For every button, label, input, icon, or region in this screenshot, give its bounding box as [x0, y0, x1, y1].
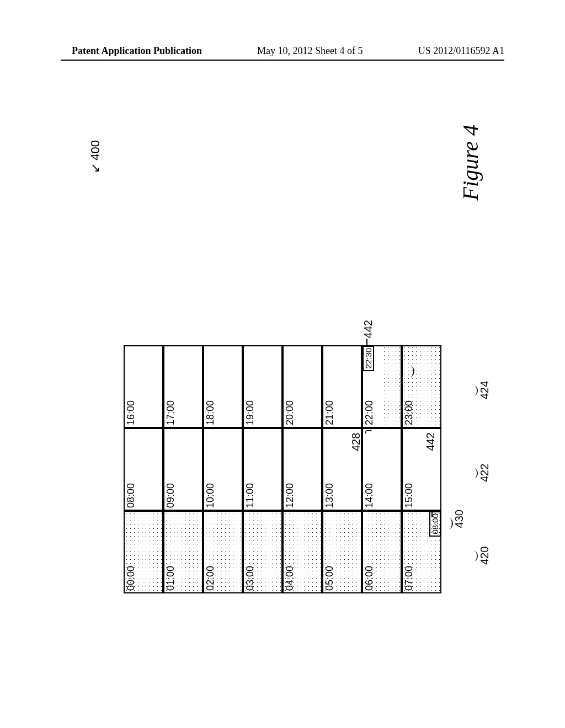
ref-424-label: 424: [478, 381, 491, 399]
page-header: Patent Application Publication May 10, 2…: [0, 45, 565, 57]
arrow-icon: ↙: [88, 163, 102, 173]
cell-1000: 10:00: [203, 428, 243, 511]
cell-label: 09:00: [165, 483, 177, 508]
cell-label: 10:00: [205, 483, 216, 508]
cell-1600: 16:00: [124, 345, 163, 428]
brace-icon: ⏝: [465, 550, 479, 561]
cell-label: 14:00: [364, 483, 375, 508]
header-rule: [61, 60, 504, 61]
leader-tick-icon: ╮: [360, 427, 372, 433]
header-center: May 10, 2012 Sheet 4 of 5: [257, 45, 363, 57]
cell-2000: 20:00: [282, 345, 322, 428]
cell-0100: 01:00: [163, 511, 203, 593]
cell-label: 17:00: [165, 400, 177, 425]
cell-label: 06:00: [364, 566, 375, 591]
cell-label: 13:00: [324, 483, 335, 508]
cell-0200: 02:00: [203, 511, 243, 593]
cell-1700: 17:00: [163, 345, 203, 428]
cell-0900: 09:00: [163, 428, 203, 511]
ref-420-label: 420: [478, 547, 491, 565]
cell-label: 20:00: [284, 400, 296, 425]
leader-line-icon: [431, 511, 433, 517]
cell-2100: 21:00: [322, 345, 362, 428]
slider-evening-value: 22:30: [364, 348, 373, 369]
cell-1400: 14:00: [362, 428, 402, 511]
cell-label: 07:00: [403, 566, 415, 591]
cell-1500: 15:00 442: [402, 428, 441, 511]
cell-label: 19:00: [244, 400, 256, 425]
figure-caption: Figure 4: [457, 125, 483, 200]
cell-2300: 23:00: [402, 345, 441, 428]
cell-label: 23:00: [403, 400, 415, 425]
ref-442-morning-label-2: 442: [424, 432, 437, 451]
cell-0000: 00:00: [124, 511, 163, 593]
cell-1800: 18:00: [203, 345, 243, 428]
cell-label: 12:00: [284, 483, 296, 508]
cell-0500: 05:00: [322, 511, 362, 593]
header-right: US 2012/0116592 A1: [418, 45, 504, 57]
header-left: Patent Application Publication: [72, 45, 202, 57]
ref-400-label: 400: [88, 140, 102, 160]
cell-0700: 07:00 08:00 ⏝ 430: [402, 511, 441, 593]
cell-label: 16:00: [125, 400, 137, 425]
brace-icon: ⏝: [465, 468, 479, 479]
cell-0400: 04:00: [282, 511, 322, 593]
cell-label: 04:00: [284, 566, 296, 591]
cell-label: 03:00: [244, 566, 256, 591]
cell-1100: 11:00: [243, 428, 282, 511]
cell-label: 18:00: [205, 400, 216, 425]
cell-label: 15:00: [403, 483, 415, 508]
cell-0600: 06:00: [362, 511, 402, 593]
leader-line-icon: [366, 339, 367, 345]
ref-422-label: 422: [478, 464, 491, 482]
cell-1900: 19:00: [243, 345, 282, 428]
cell-label: 01:00: [165, 566, 177, 591]
cell-0800: 08:00: [124, 428, 163, 511]
patent-page: Patent Application Publication May 10, 2…: [0, 0, 565, 728]
cell-label: 00:00: [125, 566, 137, 591]
cell-label: 21:00: [324, 400, 335, 425]
cell-1200: 12:00: [282, 428, 322, 511]
cell-label: 08:00: [125, 483, 137, 508]
cell-label: 02:00: [205, 566, 216, 591]
cell-2200: 22:00 428 ╮ 22:30 ⏝ 442: [362, 345, 402, 428]
slider-evening-start[interactable]: 22:30: [363, 346, 374, 371]
ref-442-evening-label: 442: [362, 320, 375, 338]
cell-0300: 03:00: [243, 511, 282, 593]
time-grid: 00:00 08:00 16:00 01:00 09:00 17:00 02:0…: [124, 163, 441, 593]
figure-4: ↙ 400 00:00 08:00 16:00 01:00 09:00 17:0…: [124, 163, 441, 593]
cell-label: 11:00: [244, 483, 256, 508]
bottom-ref-row: ⏝ 420 ⏝ 422 ⏝ 424: [445, 163, 467, 593]
cell-label: 22:00: [364, 400, 375, 425]
cell-label: 05:00: [324, 566, 335, 591]
brace-icon: ⏝: [465, 385, 479, 396]
ref-400-callout: ↙ 400: [88, 140, 103, 173]
ref-428-label: 428: [350, 433, 363, 451]
